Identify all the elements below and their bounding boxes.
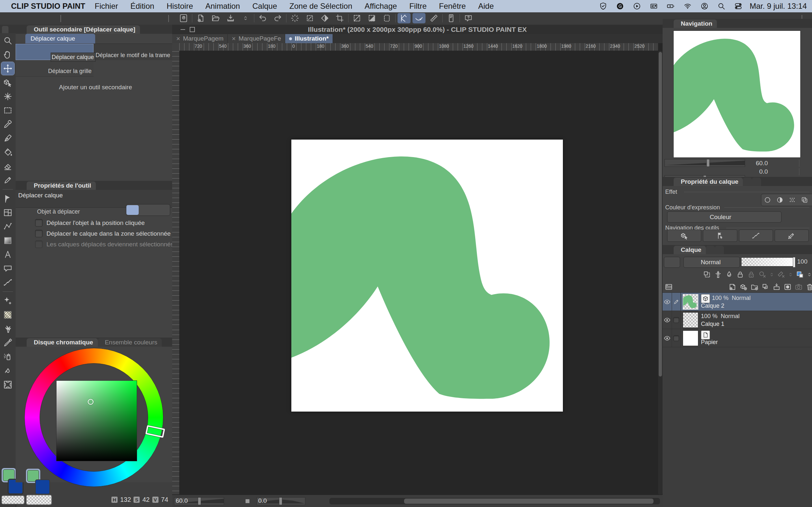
hand-tool[interactable] — [1, 48, 14, 61]
line-correct-tool-navigate-button[interactable] — [739, 229, 773, 242]
lock-px-icon[interactable] — [747, 270, 756, 279]
layer-color-icon[interactable] — [796, 270, 804, 279]
opacity-value[interactable]: 100 — [795, 258, 807, 265]
transfer-icon[interactable] — [761, 283, 770, 291]
spin-buttons-button[interactable] — [239, 13, 252, 23]
text-tool[interactable] — [1, 248, 14, 261]
object-tool-navigate-button[interactable] — [667, 229, 701, 242]
flag-cursor-navigate-button[interactable] — [703, 229, 737, 242]
menubar-item-fen-tre[interactable]: Fenêtre — [439, 2, 466, 11]
panel-transparent-swatch[interactable] — [26, 495, 52, 505]
airbrush-tool[interactable] — [1, 350, 14, 363]
subtool-panel-tab[interactable]: Outil secondaire [Déplacer calque] — [27, 25, 140, 34]
crop-frame-button[interactable] — [333, 13, 346, 23]
line-correct-tool[interactable] — [1, 276, 14, 289]
logitech-icon[interactable] — [616, 2, 624, 10]
v-value[interactable]: 74 — [161, 496, 168, 503]
menubar-item-affichage[interactable]: Affichage — [365, 2, 397, 11]
menubar-clock[interactable]: Mar. 9 juil. 13:14 — [750, 2, 812, 11]
move-layer-option[interactable] — [126, 205, 139, 215]
decoration-tool[interactable] — [1, 294, 14, 307]
effect-spin-icon[interactable] — [811, 197, 812, 203]
layer-thumbnail[interactable] — [683, 294, 698, 309]
battery-icon[interactable] — [666, 2, 675, 10]
invert-selection-button[interactable] — [318, 13, 331, 23]
new-file-button[interactable] — [194, 13, 207, 23]
layer-panel-ghost-tab2[interactable] — [715, 246, 724, 254]
document-tab-marquepagem[interactable]: ✕MarquePagem — [172, 34, 228, 43]
snap-line-button[interactable] — [350, 13, 363, 23]
layer-visibility-icon[interactable] — [664, 317, 671, 324]
ruler-x-spin-icon[interactable] — [788, 272, 793, 277]
v-scrollbar-thumb[interactable] — [659, 52, 662, 377]
menubar-item-animation[interactable]: Animation — [205, 2, 240, 11]
transparent-color-swatch[interactable] — [1, 495, 25, 504]
layer-select-checkbox[interactable] — [673, 335, 679, 341]
menubar-item--dition[interactable]: Édition — [130, 2, 154, 11]
tablet-mode-button[interactable] — [445, 13, 458, 23]
zoom-tool[interactable] — [1, 34, 14, 47]
lighthouse-icon[interactable] — [714, 270, 722, 279]
redo-button[interactable] — [271, 13, 284, 23]
layer-row-calque-1[interactable]: 100 % NormalCalque 1 — [663, 311, 812, 329]
subtool-group-tab[interactable]: Déplacer calque — [26, 34, 95, 44]
mask-x-icon[interactable] — [758, 270, 766, 279]
menubar-item-zone-de-s-lection[interactable]: Zone de Sélection — [289, 2, 352, 11]
snap-special-button[interactable] — [380, 13, 393, 23]
h-value[interactable]: 132 — [120, 496, 131, 503]
camera-icon[interactable] — [795, 283, 803, 291]
export-file-button[interactable] — [224, 13, 237, 23]
new-folder-icon[interactable] — [750, 283, 759, 291]
close-tab-icon[interactable]: ✕ — [232, 36, 236, 42]
checkbox[interactable] — [35, 219, 43, 227]
undo-button[interactable] — [256, 13, 269, 23]
checkbox[interactable] — [35, 230, 43, 237]
tool-palette-tab-icon[interactable] — [2, 26, 8, 33]
layer-name[interactable]: Calque 2 — [701, 302, 724, 309]
navigation-menu-icon[interactable] — [664, 19, 673, 27]
circle-effect-button[interactable] — [761, 195, 774, 205]
new-layer-icon[interactable] — [728, 283, 737, 291]
v-scrollbar[interactable] — [658, 51, 663, 495]
marquee-tool[interactable] — [1, 104, 14, 117]
panel-background-swatch[interactable] — [35, 480, 50, 494]
layer-property-menu-icon[interactable] — [664, 177, 673, 185]
minimize-icon[interactable] — [181, 29, 185, 30]
snap-ruler-button[interactable] — [398, 13, 411, 23]
panel-handle[interactable] — [168, 15, 169, 22]
open-file-button[interactable] — [209, 13, 222, 23]
subtool-item-deplacer-grille[interactable]: Déplacer la grille — [15, 60, 94, 76]
layer-property-ghost-tab2[interactable] — [752, 177, 761, 186]
mask-circle-icon[interactable] — [783, 283, 792, 291]
h-scrollbar[interactable] — [329, 498, 660, 504]
frame-tool[interactable] — [1, 206, 14, 219]
auto-select-tool[interactable] — [1, 90, 14, 103]
layer-color-mini[interactable] — [664, 257, 680, 268]
play-circle-icon[interactable] — [633, 2, 641, 10]
close-tab-icon[interactable]: ✕ — [176, 36, 180, 42]
figure-tool[interactable] — [1, 192, 14, 205]
clip-studio-logo-button[interactable] — [177, 13, 190, 23]
layer-property-tab[interactable]: Propriété du calque — [674, 177, 743, 186]
ruler-x-icon[interactable] — [777, 270, 785, 279]
gradient-tool[interactable] — [1, 234, 14, 247]
canvas-viewport[interactable] — [179, 51, 658, 495]
tab-disque-chromatique[interactable]: Disque chromatique — [27, 338, 98, 347]
eraser-tool[interactable] — [1, 160, 14, 173]
pen-tool[interactable] — [1, 132, 14, 145]
tone-tool[interactable] — [1, 308, 14, 321]
ruler-pen-button[interactable] — [427, 13, 441, 23]
draft-icon[interactable] — [725, 270, 733, 279]
balloon-tool[interactable] — [1, 262, 14, 275]
sv-square[interactable] — [56, 380, 137, 461]
correct-pen-navigate-button[interactable] — [775, 229, 809, 242]
object-tool[interactable] — [1, 76, 14, 89]
menubar-item-histoire[interactable]: Histoire — [167, 2, 193, 11]
fill-tool[interactable] — [1, 146, 14, 159]
keyboard-icon[interactable] — [650, 2, 658, 10]
s-value[interactable]: 42 — [142, 496, 149, 503]
trash-icon[interactable] — [806, 283, 812, 291]
layer-thumbnail[interactable] — [683, 312, 698, 328]
clip-at-icon[interactable] — [703, 270, 711, 279]
document-tab-marquepagefe[interactable]: ✕MarquePageFe — [228, 34, 285, 43]
